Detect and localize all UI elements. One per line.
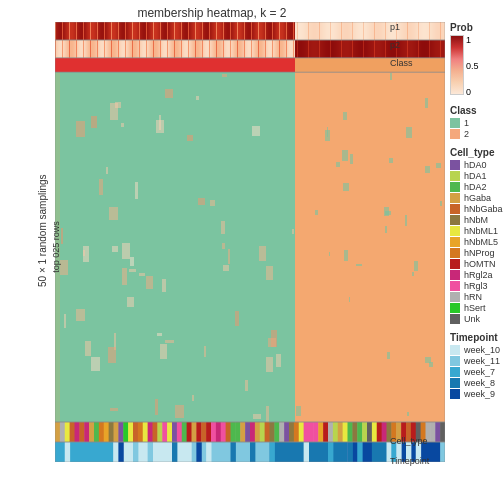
hRgl2a-swatch <box>450 270 460 280</box>
hDA1-label: hDA1 <box>464 171 487 181</box>
week10-label: week_10 <box>464 345 500 355</box>
celltype-hNProg: hNProg <box>450 248 504 258</box>
timepoint-week8: week_8 <box>450 378 504 388</box>
hOMTN-label: hOMTN <box>464 259 496 269</box>
week7-label: week_7 <box>464 367 495 377</box>
celltype-hRgl2a: hRgl2a <box>450 270 504 280</box>
celltype-hOMTN: hOMTN <box>450 259 504 269</box>
celltype-Unk: Unk <box>450 314 504 324</box>
celltype-hNbGaba: hNbGaba <box>450 204 504 214</box>
bottom-label-timepoint: Timepoint <box>390 456 429 466</box>
hDA2-swatch <box>450 182 460 192</box>
class-2-label: 2 <box>464 129 469 139</box>
week11-swatch <box>450 356 460 366</box>
class-legend: Class 1 2 <box>450 105 504 139</box>
celltype-hRgl3: hRgl3 <box>450 281 504 291</box>
Unk-swatch <box>450 314 460 324</box>
yaxis-label-top-rows: top 025 rows <box>51 217 61 277</box>
class-1-label: 1 <box>464 118 469 128</box>
week8-swatch <box>450 378 460 388</box>
hNProg-label: hNProg <box>464 248 495 258</box>
hDA0-swatch <box>450 160 460 170</box>
hOMTN-swatch <box>450 259 460 269</box>
class-legend-title: Class <box>450 105 504 116</box>
hNProg-swatch <box>450 248 460 258</box>
prob-tick-05: 0.5 <box>466 61 479 71</box>
hNbGaba-swatch <box>450 204 460 214</box>
legend-panel: Prob 1 0.5 0 Class 1 2 <box>450 22 504 407</box>
week10-swatch <box>450 345 460 355</box>
Unk-label: Unk <box>464 314 480 324</box>
week7-swatch <box>450 367 460 377</box>
celltype-hGaba: hGaba <box>450 193 504 203</box>
hRgl3-swatch <box>450 281 460 291</box>
celltype-hNbM: hNbM <box>450 215 504 225</box>
timepoint-legend: Timepoint week_10 week_11 week_7 week_8 … <box>450 332 504 399</box>
row-label-p2: p2 <box>390 40 400 50</box>
celltype-hNbML5: hNbML5 <box>450 237 504 247</box>
timepoint-week10: week_10 <box>450 345 504 355</box>
celltype-hDA0: hDA0 <box>450 160 504 170</box>
hRN-swatch <box>450 292 460 302</box>
chart-area <box>55 22 445 462</box>
prob-legend-title: Prob <box>450 22 504 33</box>
main-container: membership heatmap, k = 2 50 × 1 random … <box>0 0 504 504</box>
week9-label: week_9 <box>464 389 495 399</box>
prob-tick-labels: 1 0.5 0 <box>466 35 479 97</box>
hNbM-label: hNbM <box>464 215 488 225</box>
prob-tick-0: 0 <box>466 87 479 97</box>
celltype-hRN: hRN <box>450 292 504 302</box>
chart-title: membership heatmap, k = 2 <box>80 6 344 20</box>
celltype-hSert: hSert <box>450 303 504 313</box>
hRgl3-label: hRgl3 <box>464 281 488 291</box>
hGaba-label: hGaba <box>464 193 491 203</box>
celltype-hDA1: hDA1 <box>450 171 504 181</box>
celltype-hDA2: hDA2 <box>450 182 504 192</box>
hDA2-label: hDA2 <box>464 182 487 192</box>
hDA1-swatch <box>450 171 460 181</box>
hSert-swatch <box>450 303 460 313</box>
class-1-swatch <box>450 118 460 128</box>
hGaba-swatch <box>450 193 460 203</box>
yaxis-outer: 50 × 1 random samplings top 025 rows <box>0 72 55 422</box>
timepoint-week9: week_9 <box>450 389 504 399</box>
week11-label: week_11 <box>464 356 500 366</box>
prob-gradient-bar <box>450 35 464 95</box>
hNbGaba-label: hNbGaba <box>464 204 503 214</box>
class-legend-item-2: 2 <box>450 129 504 139</box>
hRgl2a-label: hRgl2a <box>464 270 493 280</box>
prob-tick-1: 1 <box>466 35 479 45</box>
class-legend-item-1: 1 <box>450 118 504 128</box>
celltype-legend-title: Cell_type <box>450 147 504 158</box>
hNbML1-swatch <box>450 226 460 236</box>
yaxis-label-random-samplings: 50 × 1 random samplings <box>37 207 48 287</box>
week8-label: week_8 <box>464 378 495 388</box>
class-2-swatch <box>450 129 460 139</box>
timepoint-week7: week_7 <box>450 367 504 377</box>
row-label-class: Class <box>390 58 413 68</box>
hNbML5-swatch <box>450 237 460 247</box>
hNbM-swatch <box>450 215 460 225</box>
hRN-label: hRN <box>464 292 482 302</box>
row-label-p1: p1 <box>390 22 400 32</box>
hDA0-label: hDA0 <box>464 160 487 170</box>
hNbML5-label: hNbML5 <box>464 237 498 247</box>
celltype-legend: Cell_type hDA0 hDA1 hDA2 hGaba hNbGaba <box>450 147 504 324</box>
celltype-hNbML1: hNbML1 <box>450 226 504 236</box>
hNbML1-label: hNbML1 <box>464 226 498 236</box>
timepoint-week11: week_11 <box>450 356 504 366</box>
timepoint-legend-title: Timepoint <box>450 332 504 343</box>
bottom-label-celltype: Cell_type <box>390 436 428 446</box>
prob-legend: Prob 1 0.5 0 <box>450 22 504 97</box>
hSert-label: hSert <box>464 303 486 313</box>
week9-swatch <box>450 389 460 399</box>
